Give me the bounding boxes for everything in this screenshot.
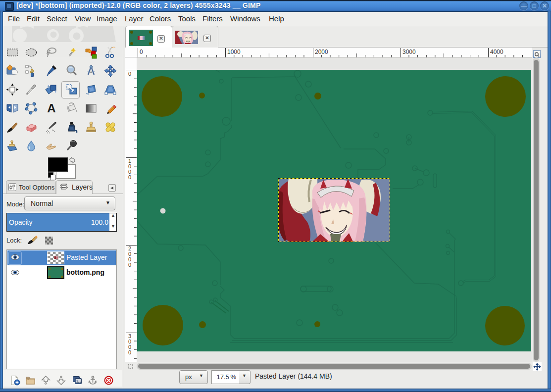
svg-text:1000: 1000 bbox=[227, 49, 241, 55]
svg-text:0: 0 bbox=[128, 71, 131, 77]
svg-text:0: 0 bbox=[128, 262, 131, 268]
svg-text:0: 0 bbox=[128, 174, 131, 180]
svg-text:0: 0 bbox=[128, 349, 131, 355]
svg-text:0: 0 bbox=[140, 49, 143, 55]
svg-text:2000: 2000 bbox=[315, 49, 328, 55]
svg-text:A: A bbox=[47, 102, 55, 115]
svg-text:3000: 3000 bbox=[402, 49, 416, 55]
svg-text:4000: 4000 bbox=[490, 49, 503, 55]
